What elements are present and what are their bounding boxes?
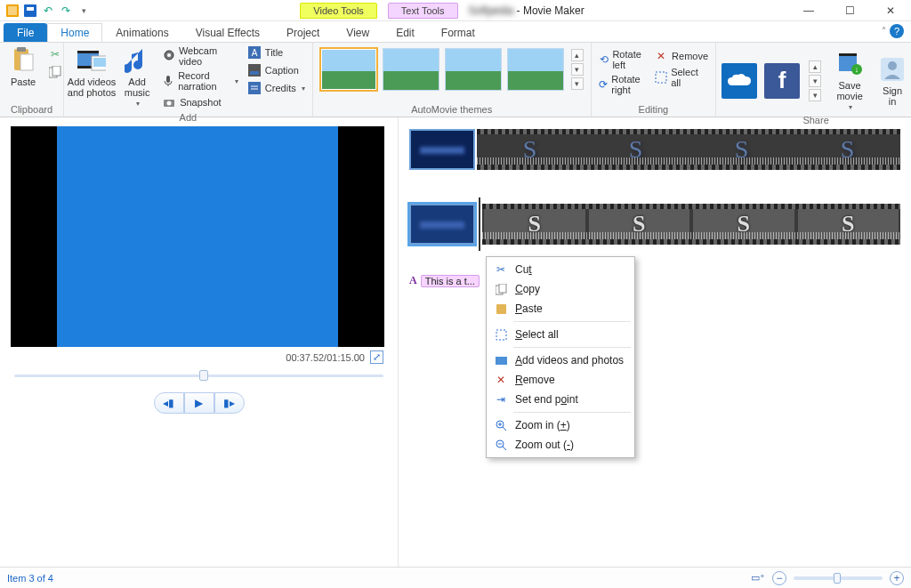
gallery-down-button[interactable]: ▾ <box>571 63 584 76</box>
credits-icon <box>247 81 262 95</box>
text-track-label[interactable]: This is a t... <box>421 275 480 287</box>
rotate-right-button[interactable]: ⟳Rotate right <box>597 73 647 96</box>
share-onedrive-button[interactable] <box>722 63 757 99</box>
ctx-add-videos[interactable]: Add videos and photos <box>488 350 633 370</box>
tab-animations[interactable]: Animations <box>102 23 181 42</box>
snapshot-button[interactable]: Snapshot <box>160 94 240 110</box>
zoom-slider-knob[interactable] <box>834 573 841 584</box>
ribbon-tabs: File Home Animations Visual Effects Proj… <box>0 21 911 43</box>
qat-undo-icon[interactable]: ↶ <box>41 4 55 18</box>
webcam-video-button[interactable]: Webcam video <box>160 44 240 68</box>
theme-thumbnail[interactable] <box>383 48 439 91</box>
svg-rect-10 <box>77 51 99 53</box>
remove-button[interactable]: ✕Remove <box>652 48 710 64</box>
window-maximize-button[interactable]: ☐ <box>829 0 870 21</box>
gallery-expand-button[interactable]: ▾ <box>571 77 584 90</box>
user-icon <box>878 55 907 84</box>
zoom-in-button[interactable]: + <box>890 571 904 585</box>
clip-thumbnail[interactable] <box>409 204 475 245</box>
svg-rect-3 <box>27 7 34 11</box>
share-gallery-up[interactable]: ▴ <box>809 60 821 73</box>
add-music-button[interactable]: Add music <box>119 44 155 109</box>
next-frame-button[interactable]: ▮▸ <box>214 392 245 414</box>
copy-icon <box>494 282 508 296</box>
record-narration-button[interactable]: Record narration <box>160 69 240 93</box>
title-bar: ↶ ↷ ▾ Video Tools Text Tools Softpedia -… <box>0 0 911 21</box>
theme-thumbnail[interactable] <box>445 48 502 91</box>
qat-redo-icon[interactable]: ↷ <box>59 4 73 18</box>
ctx-paste[interactable]: Paste <box>488 299 633 318</box>
collapse-ribbon-icon[interactable]: ˄ <box>882 26 886 36</box>
seek-slider[interactable] <box>14 367 383 383</box>
ctx-remove[interactable]: ✕Remove <box>488 370 633 390</box>
text-overlay-track[interactable]: A This is a t... <box>409 274 900 287</box>
text-tools-tab-header[interactable]: Text Tools <box>388 3 458 19</box>
svg-rect-8 <box>52 66 60 76</box>
share-facebook-button[interactable]: f <box>764 63 800 99</box>
play-button[interactable]: ▶ <box>184 392 214 414</box>
video-tools-tab-header[interactable]: Video Tools <box>300 3 376 19</box>
help-icon[interactable]: ? <box>890 24 904 38</box>
zoom-slider[interactable] <box>794 576 883 580</box>
rotate-left-icon: ⟲ <box>599 52 609 67</box>
ctx-copy[interactable]: Copy <box>488 279 633 299</box>
tab-view[interactable]: View <box>333 23 383 42</box>
svg-rect-29 <box>839 53 857 56</box>
ctx-set-end-point[interactable]: ⇥Set end point <box>488 390 633 409</box>
tab-project[interactable]: Project <box>273 23 333 42</box>
add-title-button[interactable]: ATitle <box>246 44 307 60</box>
playhead[interactable] <box>479 197 480 251</box>
prev-frame-button[interactable]: ◂▮ <box>154 392 184 414</box>
svg-text:↓: ↓ <box>855 65 859 74</box>
paste-icon <box>9 46 37 75</box>
timeline-strip-2[interactable]: S S S S <box>409 199 900 249</box>
svg-rect-1 <box>8 6 17 15</box>
paste-icon <box>494 302 508 316</box>
timeline-strip-1[interactable]: S S S S <box>409 125 900 174</box>
save-movie-icon: ↓ <box>835 50 864 78</box>
video-preview[interactable] <box>11 126 384 347</box>
add-videos-photos-button[interactable]: Add videos and photos <box>69 44 114 100</box>
storyboard-pane[interactable]: S S S S S S S S A This is a t... <box>399 117 911 567</box>
tab-home[interactable]: Home <box>47 23 102 42</box>
svg-line-40 <box>503 427 506 431</box>
preview-pane: 00:37.52/01:15.00 ⤢ ◂▮ ▶ ▮▸ <box>0 117 399 567</box>
qat-customize-dropdown[interactable]: ▾ <box>77 4 91 18</box>
fullscreen-icon[interactable]: ⤢ <box>370 350 383 364</box>
tab-visual-effects[interactable]: Visual Effects <box>182 23 273 42</box>
ctx-zoom-in[interactable]: Zoom in (+) <box>488 415 633 435</box>
ctx-select-all[interactable]: Select all <box>488 325 633 344</box>
rotate-left-button[interactable]: ⟲Rotate left <box>597 48 647 71</box>
add-caption-button[interactable]: Caption <box>246 62 307 78</box>
svg-rect-38 <box>496 357 507 365</box>
copy-button[interactable] <box>46 64 64 80</box>
select-all-button[interactable]: Select all <box>652 66 710 89</box>
zoom-out-button[interactable]: − <box>772 571 786 585</box>
scissors-icon: ✂ <box>48 47 62 61</box>
qat-save-icon[interactable] <box>23 4 37 18</box>
theme-thumbnail[interactable] <box>507 48 564 91</box>
ctx-cut[interactable]: ✂Cut <box>488 260 633 279</box>
remove-icon: ✕ <box>494 373 508 387</box>
tab-format[interactable]: Format <box>428 23 488 42</box>
add-credits-button[interactable]: Credits <box>246 80 307 96</box>
ctx-zoom-out[interactable]: Zoom out (-) <box>488 435 633 455</box>
clip-thumbnail[interactable] <box>409 129 475 170</box>
window-minimize-button[interactable]: — <box>788 0 829 21</box>
window-close-button[interactable]: ✕ <box>870 0 911 21</box>
share-gallery-down[interactable]: ▾ <box>809 75 821 87</box>
group-label-automovie: AutoMovie themes <box>318 102 585 117</box>
automovie-themes-gallery[interactable]: ▴ ▾ ▾ <box>318 44 585 94</box>
cut-button[interactable]: ✂ <box>46 46 64 62</box>
tab-file[interactable]: File <box>4 23 47 42</box>
seek-slider-knob[interactable] <box>199 370 208 381</box>
gallery-up-button[interactable]: ▴ <box>571 49 584 61</box>
save-movie-button[interactable]: ↓ Save movie <box>832 48 867 113</box>
tab-edit[interactable]: Edit <box>383 23 428 42</box>
sign-in-button[interactable]: Sign in <box>875 53 910 109</box>
paste-button[interactable]: Paste <box>5 44 41 89</box>
quick-access-toolbar: ↶ ↷ ▾ <box>0 4 96 18</box>
thumbnail-size-icon[interactable]: ▭⁺ <box>751 572 765 584</box>
theme-thumbnail[interactable] <box>320 48 377 91</box>
share-gallery-expand[interactable]: ▾ <box>809 89 821 101</box>
